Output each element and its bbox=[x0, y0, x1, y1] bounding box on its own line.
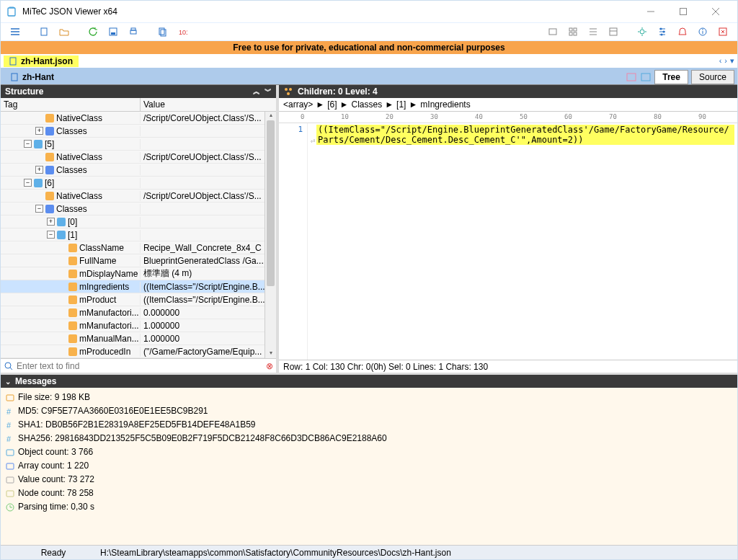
tab-next-icon[interactable]: › bbox=[724, 56, 727, 66]
str-icon bbox=[45, 192, 54, 200]
scroll-down-icon[interactable]: ▾ bbox=[265, 350, 276, 358]
window-icon[interactable] bbox=[544, 24, 561, 40]
clock-icon bbox=[5, 502, 15, 512]
tree-row[interactable]: NativeClass/Script/CoreUObject.Class'/S.… bbox=[1, 190, 276, 203]
tree-tag: [1] bbox=[68, 230, 77, 240]
settings1-icon[interactable] bbox=[633, 24, 651, 40]
crumb-segment[interactable]: [6] bbox=[327, 99, 337, 110]
expand-all-icon[interactable]: ︾ bbox=[264, 86, 272, 97]
svg-rect-43 bbox=[10, 58, 16, 65]
clear-search-icon[interactable]: ⊗ bbox=[266, 361, 273, 371]
open-folder-icon[interactable] bbox=[55, 24, 73, 40]
message-text: Value count: 73 272 bbox=[18, 473, 94, 486]
tree-row[interactable]: −[1] bbox=[1, 228, 276, 241]
tree-row[interactable]: FullNameBlueprintGeneratedClass /Ga... bbox=[1, 254, 276, 267]
tree-twisty[interactable]: + bbox=[35, 127, 43, 135]
svg-rect-20 bbox=[574, 32, 577, 35]
structure-pane: Structure ︽ ︾ Tag Value NativeClass/Scri… bbox=[1, 85, 279, 373]
copy-icon[interactable] bbox=[154, 24, 171, 40]
svg-point-47 bbox=[5, 363, 11, 368]
tree-twisty[interactable]: − bbox=[24, 140, 32, 148]
crumb-segment[interactable]: [1] bbox=[396, 99, 406, 110]
menu-icon[interactable] bbox=[6, 24, 24, 40]
tree-row[interactable]: mIngredients((ItemClass="/Script/Engine.… bbox=[1, 280, 276, 293]
tree-row[interactable]: +[0] bbox=[1, 215, 276, 228]
tree-value: 0.000000 bbox=[141, 308, 276, 318]
alert-icon[interactable] bbox=[674, 24, 691, 40]
messages-body: File size: 9 198 KB#MD5: C9F5E77AA3660E0… bbox=[1, 388, 737, 545]
tab-prev-icon[interactable]: ‹ bbox=[719, 56, 722, 66]
tree-row[interactable]: mProducedIn("/Game/FactoryGame/Equip... bbox=[1, 345, 276, 358]
crumb-arrow-icon: ► bbox=[409, 99, 417, 110]
tree-row[interactable]: ClassNameRecipe_Wall_Concrete_8x4_C bbox=[1, 241, 276, 254]
tree-row[interactable]: +Classes bbox=[1, 164, 276, 177]
tree-twisty[interactable]: + bbox=[47, 218, 55, 226]
tree-view-tab[interactable]: Tree bbox=[654, 70, 688, 84]
scroll-thumb[interactable] bbox=[267, 120, 275, 286]
new-file-icon[interactable] bbox=[35, 24, 53, 40]
message-text: Node count: 78 258 bbox=[18, 486, 94, 500]
file-tab[interactable]: zh-Hant.json bbox=[4, 55, 79, 67]
tree-row[interactable]: NativeClass/Script/CoreUObject.Class'/S.… bbox=[1, 112, 276, 125]
refresh-icon[interactable] bbox=[84, 24, 102, 40]
tree-row[interactable]: −Classes bbox=[1, 203, 276, 215]
close-button[interactable] bbox=[699, 1, 732, 22]
tree-row[interactable]: mManufactori...0.000000 bbox=[1, 306, 276, 319]
tree-row[interactable]: NativeClass/Script/CoreUObject.Class'/S.… bbox=[1, 151, 276, 164]
tree-row[interactable]: mManufactori...1.000000 bbox=[1, 319, 276, 332]
exit-icon[interactable] bbox=[714, 24, 732, 40]
message-row: Value count: 73 272 bbox=[5, 473, 733, 486]
settings2-icon[interactable] bbox=[654, 24, 671, 40]
editor-content[interactable]: ((ItemClass="/Script/Engine.BlueprintGen… bbox=[316, 125, 734, 145]
tree-row[interactable]: mManualMan...1.000000 bbox=[1, 332, 276, 345]
tree-search-input[interactable] bbox=[17, 361, 266, 371]
info-icon[interactable] bbox=[694, 24, 711, 40]
doc-tab[interactable]: zh-Hant bbox=[4, 71, 61, 84]
tree-body[interactable]: NativeClass/Script/CoreUObject.Class'/S.… bbox=[1, 112, 276, 358]
tree-twisty[interactable]: + bbox=[35, 166, 43, 174]
tree-twisty[interactable]: − bbox=[24, 179, 32, 187]
tree-twisty[interactable]: − bbox=[35, 205, 43, 213]
minimize-button[interactable] bbox=[634, 1, 667, 22]
crumb-segment[interactable]: mIngredients bbox=[420, 99, 470, 110]
list-icon[interactable] bbox=[584, 24, 602, 40]
crumb-arrow-icon: ► bbox=[316, 99, 324, 110]
crumb-segment[interactable]: <array> bbox=[283, 99, 313, 110]
source-view-tab[interactable]: Source bbox=[691, 70, 734, 84]
grid-icon[interactable] bbox=[564, 24, 582, 40]
tree-value: /Script/CoreUObject.Class'/S... bbox=[141, 152, 276, 162]
view-icon-1[interactable] bbox=[626, 71, 637, 83]
crumb-segment[interactable]: Classes bbox=[351, 99, 382, 110]
col-value[interactable]: Value bbox=[141, 98, 276, 111]
col-tag[interactable]: Tag bbox=[1, 98, 141, 111]
print-icon[interactable] bbox=[125, 24, 142, 40]
tree-value: ((ItemClass="/Script/Engine.B... bbox=[141, 282, 276, 292]
tree-scrollbar[interactable]: ▴ ▾ bbox=[264, 112, 276, 358]
svg-text:#: # bbox=[6, 407, 12, 416]
tree-row[interactable]: −[5] bbox=[1, 138, 276, 151]
tab-dropdown-icon[interactable]: ▾ bbox=[730, 56, 734, 66]
tree-row[interactable]: mDisplayName標準牆 (4 m) bbox=[1, 267, 276, 280]
hash-icon: # bbox=[5, 406, 15, 417]
svg-point-51 bbox=[287, 92, 290, 95]
maximize-button[interactable] bbox=[667, 1, 699, 22]
collapse-all-icon[interactable]: ︽ bbox=[253, 86, 260, 97]
scroll-up-icon[interactable]: ▴ bbox=[265, 112, 276, 120]
editor-body[interactable]: 1 ⏎ ((ItemClass="/Script/Engine.Blueprin… bbox=[279, 123, 737, 360]
messages-chevron-icon[interactable]: ⌄ bbox=[5, 378, 11, 386]
format-icon[interactable]: 101 bbox=[174, 24, 191, 40]
preview-icon[interactable] bbox=[605, 24, 622, 40]
editor-pane: Children: 0 Level: 4 <array>►[6]►Classes… bbox=[279, 85, 737, 373]
view-icon-2[interactable] bbox=[640, 71, 652, 83]
tree-row[interactable]: +Classes bbox=[1, 125, 276, 138]
message-row: File size: 9 198 KB bbox=[5, 391, 733, 404]
str-icon bbox=[68, 257, 77, 265]
tree-row[interactable]: −[6] bbox=[1, 177, 276, 190]
save-icon[interactable] bbox=[105, 24, 122, 40]
tree-tag: FullName bbox=[79, 256, 116, 266]
tree-row[interactable]: mProduct((ItemClass="/Script/Engine.B... bbox=[1, 293, 276, 306]
tree-tag: Classes bbox=[56, 204, 87, 214]
tree-twisty[interactable]: − bbox=[47, 231, 55, 239]
message-text: SHA256: 29816843DD213525F5C5B09E0B2F719F… bbox=[18, 432, 387, 445]
status-bar: Ready H:\SteamLibrary\steamapps\common\S… bbox=[1, 545, 737, 559]
